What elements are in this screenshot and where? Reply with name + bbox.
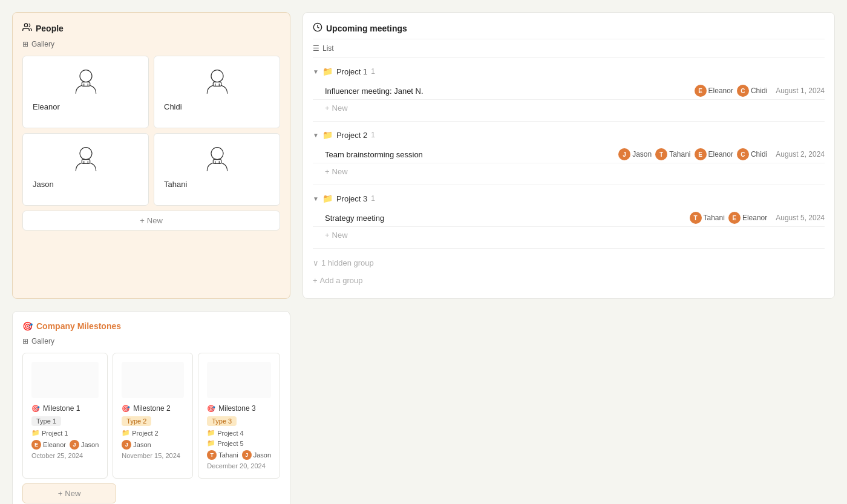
milestone-1-projects: 📁 Project 1 — [31, 429, 99, 437]
person-card-eleanor[interactable]: Eleanor — [22, 56, 149, 128]
add-group-row[interactable]: + Add a group — [313, 272, 825, 289]
hidden-group-row[interactable]: ∨ 1 hidden group — [313, 254, 825, 272]
project-2-name: Project 2 — [336, 131, 367, 140]
svg-rect-14 — [213, 160, 221, 164]
folder-icon-m3b: 📁 — [207, 439, 215, 447]
milestone-card-3[interactable]: 🎯 Milestone 3 Type 3 📁 Project 4 📁 Proje… — [198, 353, 280, 479]
meetings-divider-4 — [313, 185, 825, 185]
people-panel-header: People — [22, 22, 280, 34]
person-card-jason[interactable]: Jason — [22, 133, 149, 206]
people-new-button[interactable]: + New — [22, 211, 280, 231]
svg-point-0 — [24, 24, 27, 27]
svg-rect-2 — [82, 82, 90, 87]
chevron-down-icon-3: ▼ — [313, 195, 319, 202]
meetings-view-label: ☰ List — [313, 44, 825, 53]
project-1-name: Project 1 — [336, 67, 367, 76]
project-header-3[interactable]: ▼ 📁 Project 3 1 — [313, 190, 825, 207]
gallery-icon: ⊞ — [22, 40, 28, 48]
milestone-2-projects: 📁 Project 2 — [122, 429, 184, 437]
meeting-meta-3: T Tahani E Eleanor August 5, 2024 — [690, 212, 825, 224]
project-2-count: 1 — [371, 131, 375, 139]
meeting-person-eleanor2: E Eleanor — [695, 148, 733, 160]
milestone-3-projects: 📁 Project 4 📁 Project 5 — [207, 429, 271, 447]
milestone-2-name: 🎯 Milestone 2 — [122, 404, 184, 413]
m3-avatar-tahani: T — [207, 450, 217, 460]
milestone-card-1[interactable]: 🎯 Milestone 1 Type 1 📁 Project 1 E Elean… — [22, 353, 108, 479]
plus-icon-new3: + — [325, 231, 330, 240]
plus-icon-new2: + — [325, 167, 330, 176]
project-group-1: ▼ 📁 Project 1 1 Influencer meeting: Jane… — [313, 63, 825, 116]
project-group-3: ▼ 📁 Project 3 1 Strategy meeting T Tahan… — [313, 190, 825, 243]
meeting-person-chidi: C Chidi — [737, 85, 767, 97]
milestones-title: Company Milestones — [36, 321, 121, 331]
milestone-3-name: 🎯 Milestone 3 — [207, 404, 271, 413]
avatar-eleanor: E — [695, 85, 707, 97]
add-new-row-2[interactable]: + New — [313, 163, 825, 180]
plus-icon-milestone: + — [58, 489, 63, 498]
milestones-panel: 🎯 Company Milestones ⊞ Gallery 🎯 Milesto… — [12, 311, 290, 504]
meeting-person-tahani: T Tahani — [655, 148, 690, 160]
chevron-down-icon-2: ▼ — [313, 132, 319, 139]
meeting-meta-2: J Jason T Tahani E Eleanor C Chidi — [618, 148, 825, 160]
meeting-row-3[interactable]: Strategy meeting T Tahani E Eleanor Augu… — [313, 207, 825, 227]
plus-icon-group: + — [313, 276, 318, 285]
m1-avatar-jason: J — [70, 440, 79, 450]
target-icon-3: 🎯 — [207, 405, 215, 413]
chevron-right-icon: ∨ — [313, 258, 319, 267]
gallery-icon-milestones: ⊞ — [22, 337, 28, 345]
list-icon: ☰ — [313, 44, 319, 53]
project-3-count: 1 — [371, 194, 375, 203]
target-icon-1: 🎯 — [31, 405, 40, 413]
milestone-1-person-jason: J Jason — [70, 440, 99, 450]
add-new-row-1[interactable]: + New — [313, 100, 825, 116]
milestone-card-2[interactable]: 🎯 Milestone 2 Type 2 📁 Project 2 J Jason — [113, 353, 193, 479]
project-header-2[interactable]: ▼ 📁 Project 2 1 — [313, 126, 825, 143]
project-group-2: ▼ 📁 Project 2 1 Team brainstorming sessi… — [313, 126, 825, 180]
milestone-3-people: T Tahani J Jason — [207, 450, 271, 460]
meeting-person-chidi2: C Chidi — [737, 148, 767, 160]
meeting-title-3: Strategy meeting — [325, 214, 384, 223]
meeting-title-2: Team brainstorming session — [325, 150, 423, 159]
milestone-1-type: Type 1 — [31, 416, 61, 426]
person-name-eleanor: Eleanor — [33, 102, 60, 111]
project-header-1[interactable]: ▼ 📁 Project 1 1 — [313, 63, 825, 80]
milestones-new-button[interactable]: + New — [22, 483, 116, 503]
milestone-3-person-tahani: T Tahani — [207, 450, 238, 460]
milestone-2-type: Type 2 — [122, 416, 151, 426]
meetings-panel: Upcoming meetings ☰ List ▼ 📁 Project 1 1… — [302, 12, 835, 299]
milestone-2-date: November 15, 2024 — [122, 452, 184, 459]
person-card-tahani[interactable]: Tahani — [154, 133, 280, 206]
avatar-chidi2: C — [737, 148, 749, 160]
meeting-person-eleanor: E Eleanor — [695, 85, 733, 97]
target-icon-header: 🎯 — [22, 321, 33, 331]
person-avatar-eleanor — [33, 66, 139, 96]
people-gallery: Eleanor Chidi — [22, 56, 280, 206]
meeting-person-tahani2: T Tahani — [690, 212, 725, 224]
avatar-jason: J — [618, 148, 630, 160]
folder-icon-m2: 📁 — [122, 429, 130, 437]
people-icon — [22, 22, 32, 34]
target-icon-2: 🎯 — [122, 405, 130, 413]
person-avatar-tahani — [164, 143, 270, 174]
folder-icon-3: 📁 — [322, 194, 333, 203]
people-title: People — [36, 24, 64, 33]
milestone-1-person-eleanor: E Eleanor — [31, 440, 66, 450]
meeting-meta-1: E Eleanor C Chidi August 1, 2024 — [695, 85, 825, 97]
meeting-row-1[interactable]: Influencer meeting: Janet N. E Eleanor C… — [313, 80, 825, 100]
svg-rect-10 — [82, 160, 90, 164]
meeting-person-eleanor3: E Eleanor — [728, 212, 767, 224]
milestones-view-label: ⊞ Gallery — [22, 337, 280, 345]
m1-avatar-eleanor: E — [31, 440, 41, 450]
meeting-row-2[interactable]: Team brainstorming session J Jason T Tah… — [313, 143, 825, 163]
milestone-1-date: October 25, 2024 — [31, 452, 99, 459]
meeting-date-2: August 2, 2024 — [776, 150, 825, 159]
meetings-divider-5 — [313, 248, 825, 249]
folder-icon-2: 📁 — [322, 130, 333, 140]
svg-point-9 — [80, 148, 92, 160]
folder-icon-m1: 📁 — [31, 429, 40, 437]
person-card-chidi[interactable]: Chidi — [154, 56, 280, 128]
meetings-title: Upcoming meetings — [326, 24, 407, 33]
svg-point-13 — [211, 148, 223, 160]
add-new-row-3[interactable]: + New — [313, 227, 825, 243]
avatar-eleanor2: E — [695, 148, 707, 160]
